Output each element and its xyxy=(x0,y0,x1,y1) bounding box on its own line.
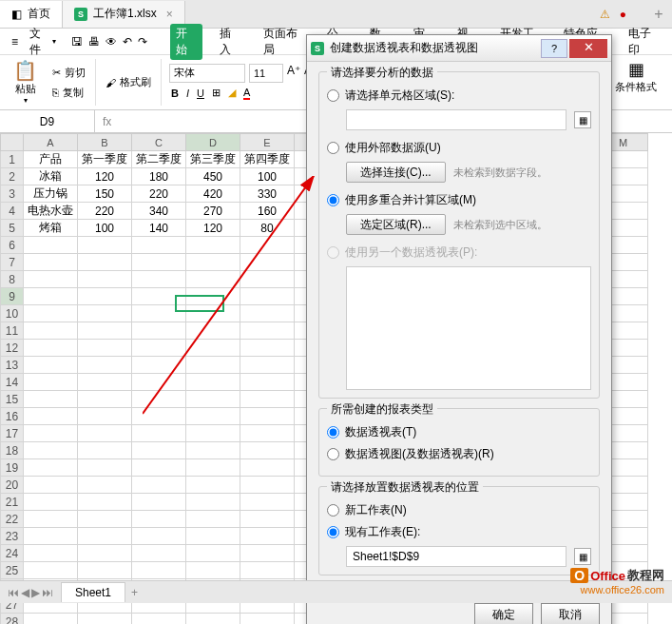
radio-other-pivot: 使用另一个数据透视表(P): xyxy=(327,244,591,261)
watermark: OOffice教程网 www.office26.com xyxy=(570,567,664,595)
file-menu[interactable]: 文件▾ xyxy=(26,26,60,58)
watermark-logo-icon: O xyxy=(570,568,588,583)
section-type-label: 所需创建的报表类型 xyxy=(327,401,437,418)
underline-button[interactable]: U xyxy=(197,88,204,99)
cond-format-icon: ▦ xyxy=(628,59,644,80)
radio-existing-sheet[interactable]: 现有工作表(E): xyxy=(327,524,591,540)
area-hint: 未检索到选中区域。 xyxy=(453,218,547,232)
font-color-button[interactable]: A xyxy=(243,87,250,100)
tab-file[interactable]: S 工作簿1.xlsx × xyxy=(63,1,185,28)
bold-button[interactable]: B xyxy=(171,88,179,99)
cut-button[interactable]: ✂剪切 xyxy=(50,64,87,82)
dialog-titlebar[interactable]: S 创建数据透视表和数据透视图 ? ✕ xyxy=(307,35,611,62)
redo-icon[interactable]: ↷ xyxy=(138,35,147,49)
font-name-select[interactable] xyxy=(169,64,245,83)
radio-pivot-chart[interactable]: 数据透视图(及数据透视表)(R) xyxy=(327,446,591,462)
select-area-button[interactable]: 选定区域(R)... xyxy=(346,214,446,235)
cut-icon: ✂ xyxy=(52,67,61,79)
range-picker-icon[interactable]: ▦ xyxy=(574,111,591,128)
home-icon: ◧ xyxy=(11,8,22,21)
name-box[interactable]: D9 xyxy=(0,110,95,132)
fill-color-button[interactable]: ◢ xyxy=(228,87,236,99)
format-painter-button[interactable]: 🖌格式刷 xyxy=(104,73,153,91)
sheet-nav-prev-icon[interactable]: ◀ xyxy=(21,586,29,599)
border-button[interactable]: ⊞ xyxy=(212,87,221,99)
section-location-label: 请选择放置数据透视表的位置 xyxy=(327,479,483,496)
dialog-close-button[interactable]: ✕ xyxy=(569,39,607,58)
sheet-nav-first-icon[interactable]: ⏮ xyxy=(8,586,19,599)
paste-button[interactable]: 📋 粘贴▾ xyxy=(8,59,43,106)
cond-format-button[interactable]: ▦ 条件格式 xyxy=(606,59,664,106)
sheet-nav-next-icon[interactable]: ▶ xyxy=(31,586,40,599)
copy-button[interactable]: ⎘复制 xyxy=(50,84,87,102)
radio-external[interactable]: 使用外部数据源(U) xyxy=(327,140,591,156)
dialog-icon: S xyxy=(311,42,324,55)
choose-connection-button[interactable]: 选择连接(C)... xyxy=(346,162,446,183)
font-inc-icon[interactable]: A⁺ xyxy=(287,64,300,83)
ribbon-tab-layout[interactable]: 页面布局 xyxy=(258,24,310,60)
save-icon[interactable]: 🖫 xyxy=(71,35,83,49)
ribbon-tab-stamp[interactable]: 电子印 xyxy=(623,24,664,60)
copy-icon: ⎘ xyxy=(52,87,59,98)
tab-warning: ⚠● xyxy=(600,8,626,21)
preview-icon[interactable]: 👁 xyxy=(106,35,117,49)
range-input[interactable] xyxy=(346,109,566,130)
location-picker-icon[interactable]: ▦ xyxy=(574,548,591,565)
pivot-list xyxy=(346,266,591,390)
cancel-button[interactable]: 取消 xyxy=(541,603,600,624)
undo-icon[interactable]: ↶ xyxy=(123,35,132,49)
tab-home[interactable]: ◧首页 xyxy=(0,1,63,28)
radio-pivot-table[interactable]: 数据透视表(T) xyxy=(327,424,591,440)
conn-hint: 未检索到数据字段。 xyxy=(453,166,547,180)
tab-add-button[interactable]: + xyxy=(645,6,672,23)
app-menu-icon[interactable]: ≡ xyxy=(8,34,22,49)
italic-button[interactable]: I xyxy=(186,88,189,99)
close-icon[interactable]: × xyxy=(166,8,173,21)
pivot-dialog: S 创建数据透视表和数据透视图 ? ✕ 请选择要分析的数据 请选择单元格区域(S… xyxy=(306,34,612,624)
excel-icon: S xyxy=(74,8,87,21)
sheet-tab[interactable]: Sheet1 xyxy=(61,582,125,602)
fx-icon[interactable]: fx xyxy=(95,115,119,128)
radio-select-range[interactable]: 请选择单元格区域(S): xyxy=(327,88,591,104)
location-input[interactable] xyxy=(346,546,566,567)
brush-icon: 🖌 xyxy=(106,77,116,88)
print-icon[interactable]: 🖶 xyxy=(88,35,100,49)
font-size-select[interactable] xyxy=(249,64,283,83)
sheet-nav-last-icon[interactable]: ⏭ xyxy=(42,586,53,599)
ribbon-tab-insert[interactable]: 插入 xyxy=(214,24,246,60)
ok-button[interactable]: 确定 xyxy=(474,603,533,624)
section-data-label: 请选择要分析的数据 xyxy=(327,65,437,81)
radio-multi[interactable]: 使用多重合并计算区域(M) xyxy=(327,192,591,208)
add-sheet-button[interactable]: + xyxy=(131,586,138,599)
radio-new-sheet[interactable]: 新工作表(N) xyxy=(327,502,591,518)
ribbon-tab-start[interactable]: 开始 xyxy=(170,24,202,60)
dialog-title: 创建数据透视表和数据透视图 xyxy=(330,40,478,56)
paste-icon: 📋 xyxy=(13,59,37,82)
dialog-help-button[interactable]: ? xyxy=(541,39,567,58)
